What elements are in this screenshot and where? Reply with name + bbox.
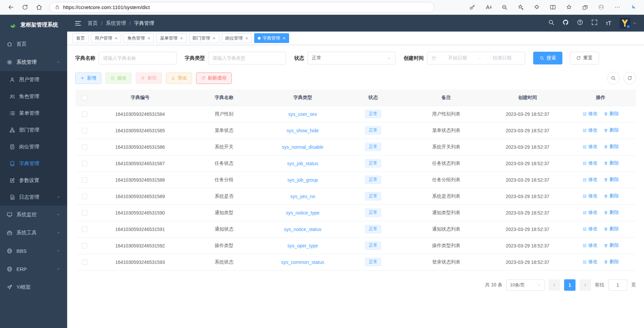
row-delete-link[interactable]: 删除 bbox=[604, 242, 619, 248]
sidebar-item-yi-framework[interactable]: Yi框架 bbox=[0, 278, 67, 296]
row-edit-link[interactable]: 修改 bbox=[583, 259, 598, 265]
tab-close-icon[interactable]: × bbox=[147, 36, 150, 41]
sidebar-item-system-management[interactable]: 系统管理 bbox=[0, 53, 67, 71]
row-checkbox[interactable] bbox=[82, 177, 87, 183]
goto-page-input[interactable] bbox=[608, 279, 627, 291]
row-delete-link[interactable]: 删除 bbox=[604, 259, 619, 265]
tab-dict-management[interactable]: 字典管理× bbox=[254, 33, 289, 43]
dict-type-link[interactable]: sys_job_group bbox=[287, 177, 318, 183]
sidebar-item-system-monitor[interactable]: 系统监控 bbox=[0, 205, 67, 224]
row-edit-link[interactable]: 修改 bbox=[583, 144, 598, 150]
breadcrumb-item[interactable]: 字典管理 bbox=[134, 20, 154, 27]
sidebar-item-menu-management[interactable]: 菜单管理 bbox=[0, 105, 67, 122]
browser-back-button[interactable] bbox=[4, 1, 17, 13]
row-delete-link[interactable]: 删除 bbox=[604, 177, 619, 183]
sidebar-item-param-settings[interactable]: 参数设置 bbox=[0, 172, 67, 189]
sidebar-item-post-management[interactable]: 岗位管理 bbox=[0, 138, 67, 155]
dict-type-link[interactable]: sys_normal_disable bbox=[282, 144, 324, 150]
sidebar-item-role-management[interactable]: 角色管理 bbox=[0, 88, 67, 105]
row-edit-link[interactable]: 修改 bbox=[583, 127, 598, 133]
tab-close-icon[interactable]: × bbox=[179, 36, 183, 41]
tab-close-icon[interactable]: × bbox=[114, 36, 118, 41]
browser-read-aloud-button[interactable] bbox=[481, 1, 495, 13]
sidebar-item-dept-management[interactable]: 部门管理 bbox=[0, 122, 67, 138]
row-edit-link[interactable]: 修改 bbox=[583, 209, 598, 216]
row-edit-link[interactable]: 修改 bbox=[583, 226, 598, 232]
tab-home[interactable]: 首页 bbox=[73, 33, 89, 43]
tab-dept-management[interactable]: 部门管理× bbox=[189, 33, 219, 43]
add-button[interactable]: 新增 bbox=[75, 73, 101, 84]
sidebar-item-dict-management[interactable]: 字典管理 bbox=[0, 155, 67, 172]
address-bar[interactable]: https://ccnetcore.com:1101/system/dict bbox=[49, 2, 434, 13]
tab-role-management[interactable]: 角色管理× bbox=[124, 33, 154, 43]
header-help-button[interactable] bbox=[577, 19, 583, 27]
row-delete-link[interactable]: 删除 bbox=[604, 111, 619, 117]
reset-button[interactable]: 重置 bbox=[570, 52, 599, 64]
tab-menu-management[interactable]: 菜单管理× bbox=[156, 33, 186, 43]
row-edit-link[interactable]: 修改 bbox=[583, 160, 598, 166]
dict-type-link[interactable]: sys_show_hide bbox=[287, 128, 319, 133]
row-edit-link[interactable]: 修改 bbox=[583, 242, 598, 248]
row-delete-link[interactable]: 删除 bbox=[604, 226, 619, 232]
header-font-size-button[interactable]: тT bbox=[606, 19, 611, 27]
dict-type-link[interactable]: sys_job_status bbox=[287, 161, 318, 166]
page-size-select[interactable]: 10条/页 bbox=[506, 279, 545, 291]
browser-favorites-button[interactable] bbox=[562, 1, 576, 13]
dict-type-link[interactable]: sys_oper_type bbox=[287, 243, 318, 248]
header-fullscreen-button[interactable] bbox=[591, 19, 598, 27]
row-checkbox[interactable] bbox=[82, 227, 87, 232]
row-delete-link[interactable]: 删除 bbox=[604, 160, 619, 166]
tab-post-management[interactable]: 岗位管理× bbox=[222, 33, 252, 43]
row-checkbox[interactable] bbox=[82, 194, 87, 199]
tab-user-management[interactable]: 用户管理× bbox=[91, 33, 121, 43]
browser-password-key-button[interactable] bbox=[465, 1, 479, 13]
dict-type-link[interactable]: sys_user_sex bbox=[288, 111, 317, 117]
sidebar-item-user-management[interactable]: 用户管理 bbox=[0, 71, 67, 88]
select-all-checkbox[interactable] bbox=[82, 95, 87, 100]
row-delete-link[interactable]: 删除 bbox=[604, 193, 619, 199]
header-github-button[interactable] bbox=[562, 19, 569, 27]
browser-add-favorite-button[interactable] bbox=[514, 1, 527, 13]
collapse-menu-icon[interactable] bbox=[75, 20, 82, 27]
row-checkbox[interactable] bbox=[82, 111, 87, 117]
dict-name-input[interactable] bbox=[99, 52, 177, 64]
toggle-search-button[interactable] bbox=[607, 72, 619, 84]
dict-type-link[interactable]: sys_notice_status bbox=[284, 227, 321, 232]
row-delete-link[interactable]: 删除 bbox=[604, 144, 619, 150]
browser-home-button[interactable] bbox=[32, 1, 46, 13]
row-checkbox[interactable] bbox=[82, 260, 87, 265]
row-checkbox[interactable] bbox=[82, 144, 87, 150]
row-checkbox[interactable] bbox=[82, 210, 87, 216]
browser-bing-button[interactable] bbox=[627, 1, 640, 13]
row-edit-link[interactable]: 修改 bbox=[583, 177, 598, 183]
breadcrumb-item[interactable]: 首页 bbox=[88, 20, 98, 27]
breadcrumb-item[interactable]: 系统管理 bbox=[106, 20, 126, 27]
dict-type-link[interactable]: sys_notice_type bbox=[286, 210, 319, 216]
browser-refresh-button[interactable] bbox=[18, 1, 32, 13]
browser-split-screen-button[interactable] bbox=[546, 1, 559, 13]
sidebar-item-log-management[interactable]: 日志管理 bbox=[0, 189, 67, 205]
delete-button[interactable]: 删除 bbox=[136, 73, 162, 84]
edit-button[interactable]: 修改 bbox=[105, 73, 132, 84]
current-page-button[interactable]: 1 bbox=[564, 279, 576, 291]
row-checkbox[interactable] bbox=[82, 243, 87, 248]
date-range-picker[interactable]: 开始日期 - 结束日期 bbox=[427, 52, 525, 64]
browser-zoom-out-button[interactable] bbox=[498, 1, 511, 13]
row-checkbox[interactable] bbox=[82, 128, 87, 133]
row-delete-link[interactable]: 删除 bbox=[604, 209, 619, 216]
browser-more-button[interactable] bbox=[610, 1, 624, 13]
row-checkbox[interactable] bbox=[82, 161, 87, 166]
header-search-button[interactable] bbox=[548, 19, 554, 27]
next-page-button[interactable] bbox=[580, 279, 591, 291]
user-menu[interactable] bbox=[619, 17, 637, 29]
tab-close-icon[interactable]: × bbox=[282, 36, 285, 41]
sidebar-item-erp[interactable]: ERP bbox=[0, 260, 67, 278]
browser-collections-button[interactable] bbox=[578, 1, 592, 13]
export-button[interactable]: 导出 bbox=[166, 73, 192, 84]
refresh-cache-button[interactable]: 刷新缓存 bbox=[196, 73, 232, 84]
dict-type-link[interactable]: sys_yes_no bbox=[290, 194, 315, 199]
row-edit-link[interactable]: 修改 bbox=[583, 193, 598, 199]
browser-extensions-button[interactable] bbox=[530, 1, 543, 13]
status-select[interactable]: 正常 bbox=[308, 52, 396, 64]
refresh-table-button[interactable] bbox=[624, 72, 636, 84]
